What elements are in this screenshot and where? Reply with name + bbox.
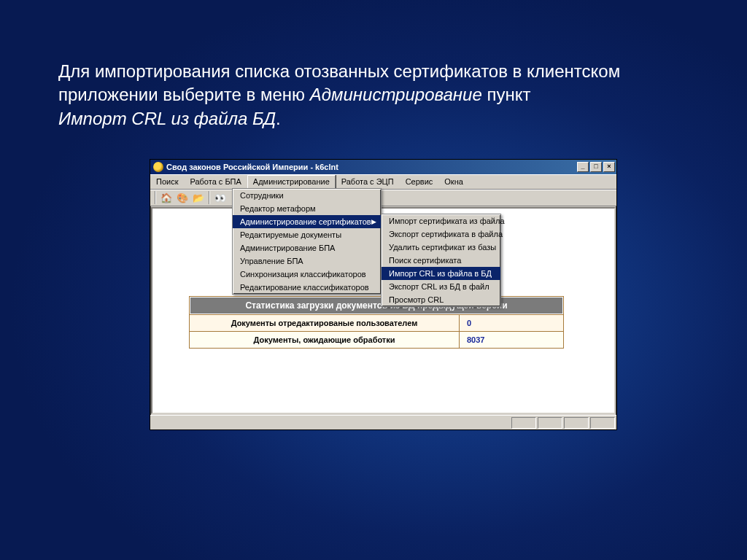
status-cell: [590, 417, 615, 429]
menu-service[interactable]: Сервис: [400, 175, 439, 189]
slide-instruction: Для импортирования списка отозванных сер…: [58, 60, 686, 131]
submenu-export-crl[interactable]: Экспорт CRL из БД в файл: [382, 280, 500, 293]
menu-item-editable-docs[interactable]: Редактируемые документы: [233, 228, 381, 241]
submenu-arrow-icon: ▶: [371, 218, 376, 225]
status-cell: [511, 417, 536, 429]
menu-item-label: Администрирование сертификатов: [240, 217, 371, 226]
dropdown-admin: Сотрудники Редактор метаформ Администрир…: [232, 188, 382, 295]
window-title: Свод законов Российской Империи - k6clnt: [166, 163, 577, 171]
menu-bpa[interactable]: Работа с БПА: [184, 175, 247, 189]
palette-icon[interactable]: 🎨: [175, 190, 190, 205]
statusbar: [150, 415, 616, 429]
close-button[interactable]: ×: [603, 162, 615, 172]
submenu-import-cert[interactable]: Импорт сертификата из файла: [382, 214, 500, 228]
dropdown-cert-submenu: Импорт сертификата из файла Экспорт серт…: [381, 214, 501, 307]
menu-item-edit-classifiers[interactable]: Редактирование классификаторов: [233, 281, 381, 294]
submenu-view-crl[interactable]: Просмотр CRL: [382, 293, 500, 306]
slide-text-italic-1: Администрирование: [310, 85, 482, 104]
menu-admin[interactable]: Администрирование: [247, 175, 336, 189]
menu-item-metaform-editor[interactable]: Редактор метаформ: [233, 202, 381, 215]
toolbar-separator: [155, 191, 156, 204]
binoculars-icon[interactable]: 👀: [213, 190, 228, 205]
menu-item-bpa-manage[interactable]: Управление БПА: [233, 254, 381, 268]
stats-value: 8037: [460, 332, 563, 348]
stats-label: Документы отредактированые пользователем: [190, 315, 460, 331]
slide-text-part: пункт: [482, 85, 531, 104]
minimize-button[interactable]: _: [577, 162, 589, 172]
slide-text-italic-2: Импорт CRL из файла БД: [58, 109, 276, 128]
status-cell: [538, 417, 562, 429]
status-cell: [564, 417, 589, 429]
menu-search[interactable]: Поиск: [150, 175, 184, 189]
toolbar: 🏠 🎨 📂 👀: [150, 189, 616, 206]
submenu-find-cert[interactable]: Поиск сертификата: [382, 254, 500, 267]
menu-ecp[interactable]: Работа с ЭЦП: [336, 175, 400, 189]
stats-label: Документы, ожидающие обработки: [190, 332, 460, 348]
menu-item-bpa-admin[interactable]: Администрирование БПА: [233, 241, 381, 254]
stats-value: 0: [460, 315, 563, 331]
folder-icon[interactable]: 📂: [191, 190, 206, 205]
house-icon[interactable]: 🏠: [159, 190, 174, 205]
menu-windows[interactable]: Окна: [438, 175, 469, 189]
submenu-delete-cert[interactable]: Удалить сертификат из базы: [382, 241, 500, 254]
menubar: Поиск Работа с БПА Администрирование Раб…: [150, 174, 616, 189]
menu-item-cert-admin[interactable]: Администрирование сертификатов ▶: [233, 215, 381, 228]
stats-row: Документы отредактированые пользователем…: [190, 314, 563, 331]
menu-item-sync-classifiers[interactable]: Синхронизация классификаторов: [233, 268, 381, 281]
stats-row: Документы, ожидающие обработки 8037: [190, 331, 563, 348]
slide-text-part: .: [276, 109, 281, 128]
app-icon: [153, 162, 163, 172]
stats-header: Статистика загрузки документов из БД пре…: [190, 297, 563, 314]
titlebar[interactable]: Свод законов Российской Империи - k6clnt…: [150, 160, 616, 174]
toolbar-separator: [209, 191, 210, 204]
stats-table: Статистика загрузки документов из БД пре…: [189, 296, 564, 349]
submenu-export-cert[interactable]: Экспорт сертификата в файла: [382, 228, 500, 241]
maximize-button[interactable]: □: [590, 162, 602, 172]
menu-item-employees[interactable]: Сотрудники: [233, 189, 381, 202]
submenu-import-crl[interactable]: Импорт CRL из файла в БД: [382, 267, 500, 280]
